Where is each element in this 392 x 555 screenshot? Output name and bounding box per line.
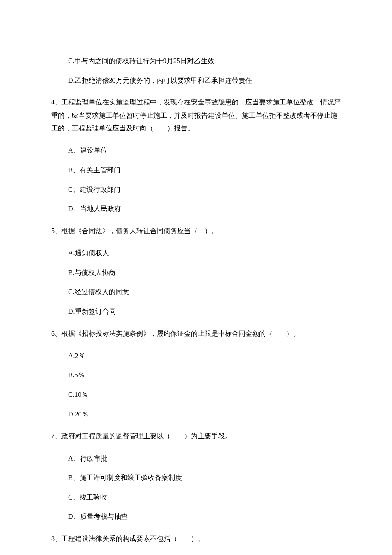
option-text: B.5％	[68, 371, 85, 379]
option-text: B、有关主管部门	[68, 166, 121, 173]
question-text: 5、根据《合同法》，债务人转让合同债务应当（ ）。	[51, 227, 218, 234]
q4-option-b: B、有关主管部门	[68, 165, 341, 176]
q5-option-b: B.与债权人协商	[68, 267, 341, 278]
q5-option-c: C.经过债权人的同意	[68, 286, 341, 298]
option-text: D、质量考核与抽查	[68, 513, 128, 520]
q6-option-b: B.5％	[68, 370, 341, 381]
option-text: D、当地人民政府	[68, 205, 121, 212]
q3-option-d: D.乙拒绝清偿30万元债务的，丙可以要求甲和乙承担连带责任	[68, 75, 341, 86]
q7-option-c: C、竣工验收	[68, 492, 341, 503]
q6-text: 6、根据《招标投标法实施条例》，履约保证金的上限是中标合同金额的（ ）。	[51, 327, 341, 340]
q6-option-a: A.2％	[68, 350, 341, 361]
question-text: 7、政府对工程质量的监督管理主要以（ ）为主要手段。	[51, 432, 232, 439]
q7-option-a: A、行政审批	[68, 453, 341, 464]
q4-option-c: C、建设行政部门	[68, 184, 341, 195]
q5-option-a: A.通知债权人	[68, 248, 341, 259]
q4-option-a: A、建设单位	[68, 145, 341, 156]
option-text: C.甲与丙之间的债权转让行为于9月25日对乙生效	[68, 57, 214, 64]
option-text: A、行政审批	[68, 455, 107, 462]
q3-option-c: C.甲与丙之间的债权转让行为于9月25日对乙生效	[68, 55, 341, 66]
option-text: A、建设单位	[68, 147, 107, 154]
question-text: 8、工程建设法律关系的构成要素不包括（ ）。	[51, 535, 205, 542]
option-text: C.10％	[68, 391, 88, 398]
question-text: 4、工程监理单位在实施监理过程中，发现存在安全事故隐患的，应当要求施工单位整改；…	[51, 98, 341, 132]
q7-option-d: D、质量考核与抽查	[68, 511, 341, 522]
q6-option-d: D.20％	[68, 409, 341, 420]
option-text: B.与债权人协商	[68, 269, 115, 276]
option-text: D.重新签订合同	[68, 308, 116, 315]
q5-option-d: D.重新签订合同	[68, 306, 341, 317]
option-text: D.20％	[68, 410, 89, 418]
q5-text: 5、根据《合同法》，债务人转让合同债务应当（ ）。	[51, 225, 341, 237]
q4-option-d: D、当地人民政府	[68, 203, 341, 214]
option-text: D.乙拒绝清偿30万元债务的，丙可以要求甲和乙承担连带责任	[68, 77, 252, 84]
option-text: C.经过债权人的同意	[68, 288, 129, 295]
option-text: A.2％	[68, 352, 85, 359]
q4-text: 4、工程监理单位在实施监理过程中，发现存在安全事故隐患的，应当要求施工单位整改；…	[51, 96, 341, 135]
option-text: C、建设行政部门	[68, 186, 121, 193]
option-text: C、竣工验收	[68, 494, 107, 501]
q7-option-b: B、施工许可制度和竣工验收备案制度	[68, 472, 341, 483]
question-text: 6、根据《招标投标法实施条例》，履约保证金的上限是中标合同金额的（ ）。	[51, 330, 300, 337]
q7-text: 7、政府对工程质量的监督管理主要以（ ）为主要手段。	[51, 430, 341, 442]
q6-option-c: C.10％	[68, 389, 341, 400]
option-text: B、施工许可制度和竣工验收备案制度	[68, 474, 182, 481]
option-text: A.通知债权人	[68, 249, 109, 257]
q8-text: 8、工程建设法律关系的构成要素不包括（ ）。	[51, 532, 341, 545]
